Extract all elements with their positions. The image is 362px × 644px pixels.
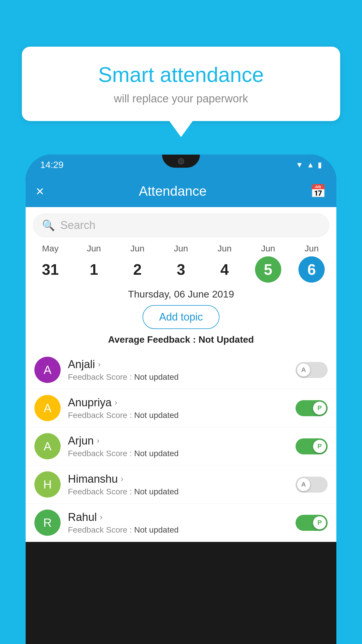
cal-date: 6 — [298, 256, 325, 283]
status-time: 14:29 — [40, 160, 64, 170]
toggle-knob: P — [313, 516, 326, 529]
search-placeholder: Search — [60, 219, 95, 232]
phone-inner: 14:29 ▼ ▲ ▮ × Attendance 📅 🔍 Search May3… — [26, 155, 336, 644]
toggle-container[interactable]: P — [296, 515, 328, 531]
student-info: Rahul›Feedback Score : Not updated — [68, 511, 296, 535]
notch — [162, 155, 200, 168]
cal-month: Jun — [305, 244, 319, 253]
calendar-day[interactable]: Jun6 — [294, 244, 329, 283]
calendar-day[interactable]: Jun4 — [207, 244, 242, 283]
avatar: A — [34, 433, 61, 459]
calendar-day[interactable]: Jun1 — [76, 244, 111, 283]
student-info: Anjali›Feedback Score : Not updated — [68, 358, 296, 382]
student-name: Anjali› — [68, 358, 296, 371]
feedback-score: Feedback Score : Not updated — [68, 449, 296, 458]
chevron-icon: › — [121, 474, 123, 484]
avatar: A — [34, 357, 61, 383]
app-bar-title: Attendance — [35, 183, 310, 199]
attendance-toggle[interactable]: A — [296, 362, 328, 378]
cal-date: 31 — [37, 256, 64, 283]
toggle-knob: A — [297, 478, 310, 491]
selected-date: Thursday, 06 June 2019 — [26, 288, 336, 300]
cal-month: Jun — [261, 244, 275, 253]
toggle-container[interactable]: A — [296, 362, 328, 378]
avatar: R — [34, 510, 61, 536]
add-topic-button[interactable]: Add topic — [143, 305, 219, 329]
speech-bubble-tail — [169, 121, 193, 137]
speech-bubble-container: Smart attendance will replace your paper… — [22, 47, 340, 137]
calendar-day[interactable]: Jun3 — [164, 244, 198, 283]
student-name: Himanshu› — [68, 473, 296, 485]
cal-date: 5 — [255, 256, 281, 283]
status-bar: 14:29 ▼ ▲ ▮ — [26, 155, 336, 175]
calendar-day[interactable]: May31 — [33, 244, 68, 283]
calendar-icon[interactable]: 📅 — [310, 183, 326, 199]
student-item[interactable]: AAnupriya›Feedback Score : Not updatedP — [26, 389, 336, 427]
avatar: H — [34, 471, 61, 498]
avatar: A — [34, 395, 61, 421]
cal-month: May — [42, 244, 59, 253]
chevron-icon: › — [98, 360, 101, 369]
feedback-score: Feedback Score : Not updated — [68, 487, 296, 496]
toggle-knob: P — [313, 440, 326, 453]
avg-feedback-label: Average Feedback : — [108, 334, 196, 345]
camera-notch — [178, 158, 184, 164]
toggle-container[interactable]: A — [296, 477, 328, 493]
calendar-day[interactable]: Jun5 — [251, 244, 286, 283]
battery-icon: ▮ — [318, 160, 322, 169]
toggle-container[interactable]: P — [296, 438, 328, 454]
cal-date: 4 — [211, 256, 238, 283]
student-name: Arjun› — [68, 435, 296, 447]
signal-icon: ▲ — [307, 160, 314, 169]
content-area: 🔍 Search May31Jun1Jun2Jun3Jun4Jun5Jun6 T… — [26, 207, 336, 542]
attendance-toggle[interactable]: P — [296, 515, 328, 531]
cal-month: Jun — [217, 244, 231, 253]
app-bar: × Attendance 📅 — [26, 175, 336, 207]
feedback-score: Feedback Score : Not updated — [68, 372, 296, 382]
cal-date: 1 — [81, 256, 107, 283]
student-info: Anupriya›Feedback Score : Not updated — [68, 396, 296, 420]
student-item[interactable]: RRahul›Feedback Score : Not updatedP — [26, 504, 336, 542]
wifi-icon: ▼ — [296, 160, 303, 169]
search-bar[interactable]: 🔍 Search — [33, 214, 329, 237]
cal-date: 3 — [168, 256, 194, 283]
cal-month: Jun — [174, 244, 188, 253]
student-item[interactable]: AAnjali›Feedback Score : Not updatedA — [26, 351, 336, 389]
toggle-knob: A — [297, 363, 310, 377]
student-item[interactable]: AArjun›Feedback Score : Not updatedP — [26, 427, 336, 466]
cal-month: Jun — [130, 244, 144, 253]
feedback-score: Feedback Score : Not updated — [68, 411, 296, 420]
toggle-knob: P — [313, 402, 326, 415]
average-feedback: Average Feedback : Not Updated — [26, 334, 336, 345]
phone-frame: 14:29 ▼ ▲ ▮ × Attendance 📅 🔍 Search May3… — [26, 155, 336, 644]
calendar-row: May31Jun1Jun2Jun3Jun4Jun5Jun6 — [26, 244, 336, 283]
student-info: Himanshu›Feedback Score : Not updated — [68, 473, 296, 496]
calendar-day[interactable]: Jun2 — [120, 244, 155, 283]
speech-bubble: Smart attendance will replace your paper… — [22, 47, 340, 121]
toggle-container[interactable]: P — [296, 400, 328, 416]
speech-bubble-title: Smart attendance — [39, 63, 323, 87]
student-name: Anupriya› — [68, 396, 296, 409]
feedback-score: Feedback Score : Not updated — [68, 525, 296, 535]
attendance-toggle[interactable]: A — [296, 477, 328, 493]
attendance-toggle[interactable]: P — [296, 400, 328, 416]
avg-feedback-value: Not Updated — [198, 334, 254, 345]
search-icon: 🔍 — [42, 219, 55, 232]
student-name: Rahul› — [68, 511, 296, 524]
speech-bubble-subtitle: will replace your paperwork — [39, 92, 323, 105]
chevron-icon: › — [115, 398, 117, 407]
status-icons: ▼ ▲ ▮ — [296, 160, 322, 169]
cal-date: 2 — [124, 256, 151, 283]
chevron-icon: › — [100, 512, 102, 522]
student-list: AAnjali›Feedback Score : Not updatedAAAn… — [26, 351, 336, 542]
student-info: Arjun›Feedback Score : Not updated — [68, 435, 296, 458]
student-item[interactable]: HHimanshu›Feedback Score : Not updatedA — [26, 466, 336, 504]
cal-month: Jun — [87, 244, 101, 253]
chevron-icon: › — [97, 436, 99, 445]
attendance-toggle[interactable]: P — [296, 438, 328, 454]
